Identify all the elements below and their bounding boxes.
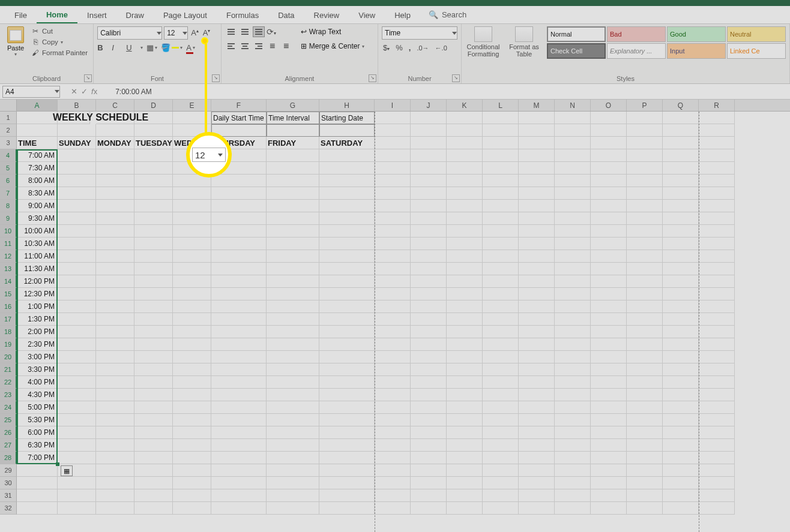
cell-A29[interactable] (17, 464, 58, 477)
col-header-L[interactable]: L (483, 100, 519, 111)
cell-O15[interactable] (591, 288, 627, 300)
cell-C26[interactable] (96, 426, 134, 439)
cell-G8[interactable] (267, 200, 319, 212)
cell-H22[interactable] (319, 376, 375, 389)
cell-C17[interactable] (96, 313, 134, 326)
cell-R30[interactable] (699, 477, 735, 489)
col-header-M[interactable]: M (519, 100, 555, 111)
cell-K31[interactable] (447, 489, 483, 502)
cell-A8[interactable]: 9:00 AM (17, 200, 58, 212)
cell-M6[interactable] (519, 175, 555, 187)
cell-P2[interactable] (627, 124, 663, 137)
row-header-27[interactable]: 27 (0, 439, 17, 452)
cell-K32[interactable] (447, 502, 483, 515)
cell-P31[interactable] (627, 489, 663, 502)
cell-B18[interactable] (58, 326, 96, 338)
cell-Q9[interactable] (663, 212, 699, 225)
cell-O31[interactable] (591, 489, 627, 502)
cell-D5[interactable] (134, 162, 173, 175)
cell-L14[interactable] (483, 275, 519, 288)
cell-H6[interactable] (319, 175, 375, 187)
cell-D31[interactable] (134, 489, 173, 502)
cell-F32[interactable] (211, 502, 267, 515)
col-header-N[interactable]: N (555, 100, 591, 111)
cell-H3[interactable]: SATURDAY (319, 137, 375, 149)
cell-D13[interactable] (134, 263, 173, 275)
cell-K26[interactable] (447, 426, 483, 439)
cell-G9[interactable] (267, 212, 319, 225)
font-color-button[interactable]: A▾ (186, 43, 197, 52)
cell-P30[interactable] (627, 477, 663, 489)
cell-M1[interactable] (519, 112, 555, 124)
cell-F7[interactable] (211, 187, 267, 200)
cell-F14[interactable] (211, 275, 267, 288)
cell-B12[interactable] (58, 250, 96, 263)
cell-H14[interactable] (319, 275, 375, 288)
cell-P15[interactable] (627, 288, 663, 300)
cell-J16[interactable] (411, 300, 447, 313)
cell-J4[interactable] (411, 149, 447, 162)
cell-G17[interactable] (267, 313, 319, 326)
cell-I3[interactable] (375, 137, 411, 149)
cell-N20[interactable] (555, 351, 591, 363)
row-header-30[interactable]: 30 (0, 477, 17, 489)
cell-O8[interactable] (591, 200, 627, 212)
cell-F24[interactable] (211, 401, 267, 414)
row-header-21[interactable]: 21 (0, 363, 17, 376)
cell-Q18[interactable] (663, 326, 699, 338)
cell-D22[interactable] (134, 376, 173, 389)
cell-D6[interactable] (134, 175, 173, 187)
cell-Q5[interactable] (663, 162, 699, 175)
cell-L24[interactable] (483, 401, 519, 414)
cell-K15[interactable] (447, 288, 483, 300)
cell-A7[interactable]: 8:30 AM (17, 187, 58, 200)
cell-F13[interactable] (211, 263, 267, 275)
cell-D20[interactable] (134, 351, 173, 363)
cell-J23[interactable] (411, 389, 447, 401)
name-box[interactable]: A4 (2, 86, 60, 98)
row-header-18[interactable]: 18 (0, 326, 17, 338)
style-check-cell[interactable]: Check Cell (547, 43, 606, 59)
cell-G12[interactable] (267, 250, 319, 263)
cell-N1[interactable] (555, 112, 591, 124)
cell-D7[interactable] (134, 187, 173, 200)
cell-J10[interactable] (411, 225, 447, 238)
cell-E9[interactable] (173, 212, 211, 225)
cell-E13[interactable] (173, 263, 211, 275)
cell-F11[interactable] (211, 238, 267, 250)
cell-B25[interactable] (58, 414, 96, 426)
cell-Q6[interactable] (663, 175, 699, 187)
tab-data[interactable]: Data (268, 7, 304, 23)
cell-R2[interactable] (699, 124, 735, 137)
align-left-button[interactable] (225, 41, 237, 52)
cell-C22[interactable] (96, 376, 134, 389)
cell-O16[interactable] (591, 300, 627, 313)
cell-N29[interactable] (555, 464, 591, 477)
row-header-8[interactable]: 8 (0, 200, 17, 212)
cell-G24[interactable] (267, 401, 319, 414)
cell-B2[interactable] (58, 124, 96, 137)
cell-J22[interactable] (411, 376, 447, 389)
alignment-dialog-launcher[interactable]: ↘ (369, 74, 376, 82)
cell-A18[interactable]: 2:00 PM (17, 326, 58, 338)
cell-M10[interactable] (519, 225, 555, 238)
cell-L8[interactable] (483, 200, 519, 212)
cell-N19[interactable] (555, 338, 591, 351)
cell-I29[interactable] (375, 464, 411, 477)
cell-D24[interactable] (134, 401, 173, 414)
cell-I26[interactable] (375, 426, 411, 439)
col-header-K[interactable]: K (447, 100, 483, 111)
cell-M4[interactable] (519, 149, 555, 162)
cell-K13[interactable] (447, 263, 483, 275)
cell-A12[interactable]: 11:00 AM (17, 250, 58, 263)
cell-G22[interactable] (267, 376, 319, 389)
cell-D32[interactable] (134, 502, 173, 515)
row-header-7[interactable]: 7 (0, 187, 17, 200)
cell-J14[interactable] (411, 275, 447, 288)
cell-J15[interactable] (411, 288, 447, 300)
cell-B27[interactable] (58, 439, 96, 452)
row-header-11[interactable]: 11 (0, 238, 17, 250)
cell-L20[interactable] (483, 351, 519, 363)
cell-C6[interactable] (96, 175, 134, 187)
cancel-formula-button[interactable]: ✕ (71, 87, 77, 96)
